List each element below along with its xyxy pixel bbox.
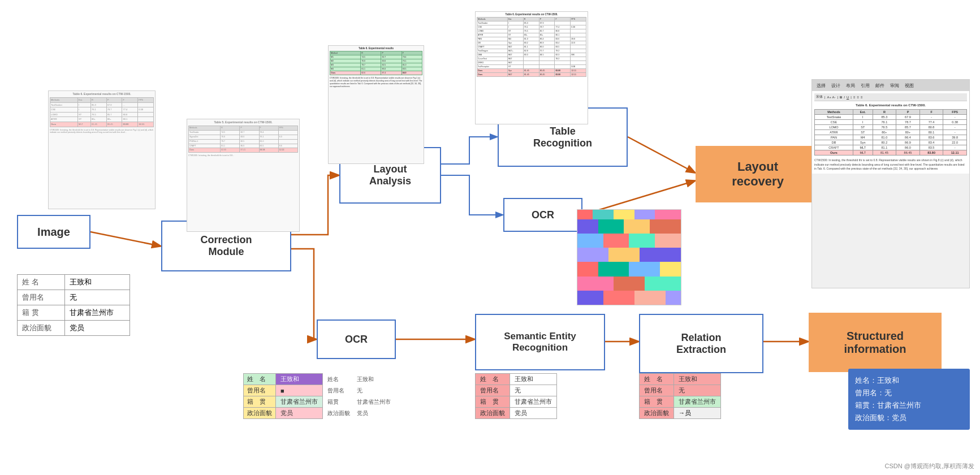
screenshot-content: 宋体|A+ A-| B I U |≡≡≡ Table 6. Experiment… (812, 91, 969, 174)
ocr-lower-label: OCR (345, 334, 368, 346)
semantic-result-table: 姓 名 王致和 曾用名 无 籍 贯 甘肃省兰州市 政治面貌 党员 (475, 373, 557, 419)
structured-information-box: Structuredinformation (809, 313, 942, 372)
info-row-name: 姓 名 王致和 (18, 275, 130, 290)
heatmap-thumb (577, 209, 681, 305)
semantic-entity-label: Semantic EntityRecognition (504, 331, 576, 353)
info-table: 姓 名 王致和 曾用名 无 籍 贯 甘肃省兰州市 政治面貌 党员 (17, 274, 130, 336)
result-line-1: 姓名：王致和 (855, 374, 963, 387)
result-line-4: 政治面貌：党员 (855, 412, 963, 424)
structured-information-label: Structuredinformation (844, 330, 906, 356)
top-right-doc-thumb: Table 6. Experimental results on CTW-150… (475, 11, 588, 124)
diagram-container: Image CorrectionModule LayoutAnalysis OC… (0, 0, 980, 475)
secondary-doc-thumb: Table 5. Experimental results on CTW-150… (187, 119, 300, 232)
ocr-colored-result: 姓 名 王致和 姓名 王致和 曾用名 ■ 曾用名 无 籍 贯 甘肃省兰州市 籍贯… (243, 373, 394, 419)
toolbar-item-layout: 布局 (844, 82, 857, 89)
svg-line-1 (628, 137, 694, 172)
info-value-name: 王致和 (64, 275, 129, 290)
image-label: Image (37, 226, 70, 239)
relation-extraction-box: RelationExtraction (639, 314, 763, 373)
result-box: 姓名：王致和 曾用名：无 籍贯：甘肃省兰州市 政治面貌：党员 (848, 369, 970, 430)
info-row-alias: 曾用名 无 (18, 290, 130, 305)
ocr-top-box: OCR (503, 198, 582, 232)
result-line-3: 籍贯：甘肃省兰州市 (855, 399, 963, 412)
image-box: Image (17, 215, 90, 249)
info-row-politics: 政治面貌 党员 (18, 321, 130, 336)
toolbar-item-reference: 引用 (858, 82, 872, 89)
toolbar-item-select: 选择 (814, 82, 828, 89)
ocr-top-label: OCR (532, 209, 554, 221)
result-line-2: 曾用名：无 (855, 387, 963, 399)
table-recognition-label: TableRecognition (533, 126, 592, 149)
relation-result-table: 姓 名 王致和 曾用名 无 籍 贯 甘肃省兰州市 政治面貌 →员 (639, 373, 721, 419)
toolbar-item-view: 视图 (903, 82, 916, 89)
ocr-lower-box: OCR (317, 319, 396, 359)
layout-recovery-box: Layoutrecovery (696, 146, 820, 202)
relation-extraction-label: RelationExtraction (676, 332, 726, 356)
layout-recovery-label: Layoutrecovery (732, 159, 784, 189)
watermark: CSDN @博观而约取,厚积而薄发 (885, 462, 974, 470)
info-label-name: 姓 名 (18, 275, 65, 290)
info-value-politics: 党员 (64, 321, 129, 336)
layout-analysis-label: LayoutAnalysis (369, 163, 411, 187)
info-label-hometown: 籍 贯 (18, 305, 65, 321)
semantic-entity-box: Semantic EntityRecognition (475, 314, 605, 370)
info-value-alias: 无 (64, 290, 129, 305)
info-row-hometown: 籍 贯 甘肃省兰州市 (18, 305, 130, 321)
info-label-politics: 政治面貌 (18, 321, 65, 336)
main-doc-thumb: Table 6. Experimental results on CTW-150… (48, 90, 156, 209)
screenshot-toolbar: 选择 设计 布局 引用 邮件 审阅 视图 (812, 80, 969, 91)
toolbar-item-design: 设计 (829, 82, 843, 89)
svg-line-0 (90, 232, 160, 246)
info-value-hometown: 甘肃省兰州市 (64, 305, 129, 321)
toolbar-item-review: 审阅 (888, 82, 901, 89)
center-doc-thumb: Table 6. Experimental results MethodRPF … (328, 45, 424, 164)
correction-label: CorrectionModule (200, 234, 252, 258)
toolbar-item-mail: 邮件 (873, 82, 887, 89)
screenshot-thumb: 选择 设计 布局 引用 邮件 审阅 视图 宋体|A+ A-| B I U |≡≡… (811, 79, 970, 288)
info-label-alias: 曾用名 (18, 290, 65, 305)
